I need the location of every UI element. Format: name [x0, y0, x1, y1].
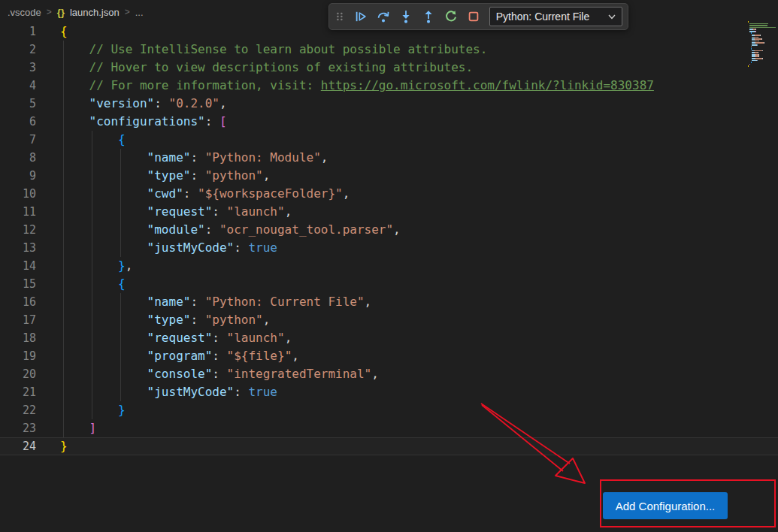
- code-line-22[interactable]: 22 }: [0, 401, 778, 419]
- code-line-3[interactable]: 3 // Hover to view descriptions of exist…: [0, 59, 778, 77]
- debug-step-into-icon[interactable]: [399, 10, 413, 23]
- code-text: "name": "Python: Module",: [60, 149, 328, 167]
- line-number[interactable]: 21: [0, 383, 36, 401]
- debug-step-out-icon[interactable]: [422, 10, 435, 23]
- line-number[interactable]: 7: [0, 131, 36, 149]
- minimap-line: [748, 38, 778, 40]
- minimap-line: [748, 23, 778, 25]
- breadcrumb-file[interactable]: launch.json: [70, 7, 120, 18]
- line-number[interactable]: 1: [0, 23, 36, 41]
- minimap-line: [748, 31, 778, 32]
- line-number[interactable]: 23: [0, 419, 36, 437]
- chevron-right-icon: >: [125, 7, 130, 17]
- minimap-line: [748, 58, 778, 59]
- add-configuration-button[interactable]: Add Configuration...: [603, 492, 728, 519]
- code-line-18[interactable]: 18 "request": "launch",: [0, 329, 778, 347]
- code-line-15[interactable]: 15 {: [0, 275, 778, 293]
- minimap-line: [748, 29, 778, 30]
- minimap-line: [748, 25, 778, 26]
- code-text: {: [60, 23, 68, 41]
- indent-guide: [120, 293, 121, 401]
- code-line-17[interactable]: 17 "type": "python",: [0, 311, 778, 329]
- breadcrumb-folder[interactable]: .vscode: [8, 7, 41, 18]
- chevron-right-icon: >: [47, 7, 52, 17]
- indent-guide: [120, 149, 121, 257]
- line-number[interactable]: 16: [0, 293, 36, 311]
- line-number[interactable]: 15: [0, 275, 36, 293]
- code-text: {: [60, 131, 126, 149]
- code-line-12[interactable]: 12 "module": "ocr_nougat_tool.parser",: [0, 221, 778, 239]
- code-text: "cwd": "${workspaceFolder}",: [60, 185, 350, 203]
- minimap-line: [748, 64, 778, 65]
- line-number[interactable]: 12: [0, 221, 36, 239]
- line-number[interactable]: 22: [0, 401, 36, 419]
- code-line-4[interactable]: 4 // For more information, visit: https:…: [0, 77, 778, 95]
- code-line-13[interactable]: 13 "justMyCode": true: [0, 239, 778, 257]
- code-line-23[interactable]: 23 ]: [0, 419, 778, 437]
- code-line-1[interactable]: 1{: [0, 23, 778, 41]
- line-number[interactable]: 3: [0, 59, 36, 77]
- line-number[interactable]: 10: [0, 185, 36, 203]
- line-number[interactable]: 5: [0, 95, 36, 113]
- json-braces-icon: {}: [57, 7, 65, 18]
- code-text: "configurations": [: [60, 113, 227, 131]
- line-number[interactable]: 18: [0, 329, 36, 347]
- code-text: "justMyCode": true: [60, 383, 277, 401]
- line-number[interactable]: 6: [0, 113, 36, 131]
- minimap[interactable]: [748, 21, 778, 75]
- line-number[interactable]: 9: [0, 167, 36, 185]
- debug-continue-icon[interactable]: [354, 10, 368, 23]
- code-text: // Use IntelliSense to learn about possi…: [60, 41, 487, 59]
- line-number[interactable]: 4: [0, 77, 36, 95]
- line-number[interactable]: 11: [0, 203, 36, 221]
- code-line-5[interactable]: 5 "version": "0.2.0",: [0, 95, 778, 113]
- code-line-14[interactable]: 14 },: [0, 257, 778, 275]
- code-line-16[interactable]: 16 "name": "Python: Current File",: [0, 293, 778, 311]
- line-number[interactable]: 17: [0, 311, 36, 329]
- minimap-line: [748, 60, 778, 62]
- minimap-line: [748, 35, 778, 36]
- breadcrumb-symbol-ellipsis[interactable]: ...: [135, 7, 144, 18]
- code-line-2[interactable]: 2 // Use IntelliSense to learn about pos…: [0, 41, 778, 59]
- debug-restart-icon[interactable]: [444, 10, 458, 23]
- line-number[interactable]: 13: [0, 239, 36, 257]
- minimap-line: [748, 52, 778, 53]
- indent-guide: [92, 131, 92, 419]
- code-text: "name": "Python: Current File",: [60, 293, 371, 311]
- line-number[interactable]: 14: [0, 257, 36, 275]
- debug-step-over-icon[interactable]: [377, 10, 390, 23]
- code-text: // For more information, visit: https://…: [60, 77, 654, 95]
- code-line-6[interactable]: 6 "configurations": [: [0, 113, 778, 131]
- code-line-10[interactable]: 10 "cwd": "${workspaceFolder}",: [0, 185, 778, 203]
- code-line-11[interactable]: 11 "request": "launch",: [0, 203, 778, 221]
- line-number[interactable]: 19: [0, 347, 36, 365]
- code-text: "request": "launch",: [60, 329, 292, 347]
- line-number[interactable]: 8: [0, 149, 36, 167]
- code-line-7[interactable]: 7 {: [0, 131, 778, 149]
- minimap-line: [748, 41, 778, 42]
- code-line-24[interactable]: 24}: [0, 437, 778, 455]
- minimap-line: [748, 65, 778, 67]
- line-number[interactable]: 24: [0, 437, 36, 455]
- code-text: "justMyCode": true: [60, 239, 277, 257]
- debug-config-value: Python: Current File: [496, 11, 590, 23]
- code-text: "program": "${file}",: [60, 347, 299, 365]
- code-line-19[interactable]: 19 "program": "${file}",: [0, 347, 778, 365]
- line-number[interactable]: 20: [0, 365, 36, 383]
- debug-stop-icon[interactable]: [467, 10, 480, 23]
- drag-handle-icon[interactable]: [335, 10, 345, 23]
- code-line-8[interactable]: 8 "name": "Python: Module",: [0, 149, 778, 167]
- minimap-line: [748, 21, 778, 23]
- minimap-line: [748, 42, 778, 44]
- code-line-9[interactable]: 9 "type": "python",: [0, 167, 778, 185]
- line-number[interactable]: 2: [0, 41, 36, 59]
- code-text: "version": "0.2.0",: [60, 95, 227, 113]
- code-text: ]: [60, 419, 96, 437]
- minimap-line: [748, 54, 778, 56]
- breadcrumb: .vscode > {} launch.json > ...: [8, 4, 144, 20]
- code-text: },: [60, 257, 132, 275]
- code-line-20[interactable]: 20 "console": "integratedTerminal",: [0, 365, 778, 383]
- code-editor[interactable]: 1{2 // Use IntelliSense to learn about p…: [0, 23, 778, 455]
- code-line-21[interactable]: 21 "justMyCode": true: [0, 383, 778, 401]
- code-text: "console": "integratedTerminal",: [60, 365, 379, 383]
